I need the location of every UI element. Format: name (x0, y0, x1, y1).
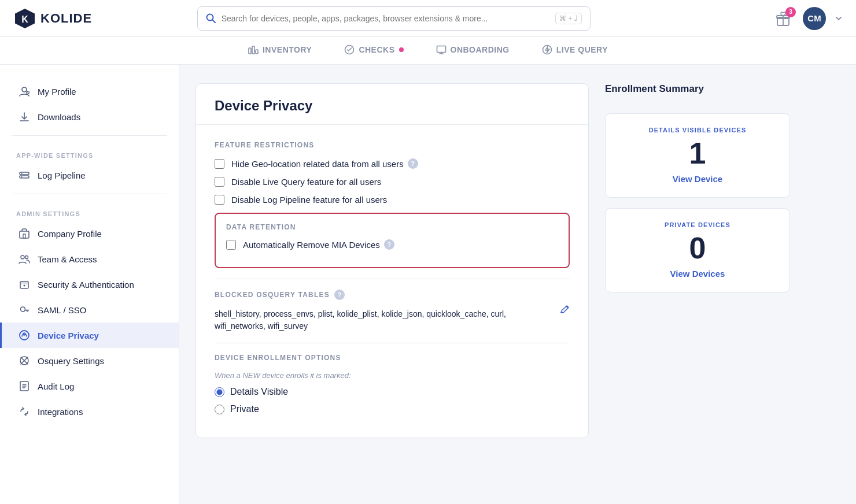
checkbox-row-log-pipeline: Disable Log Pipeline feature for all use… (215, 195, 570, 205)
svg-rect-7 (249, 48, 251, 54)
sidebar-item-label: Device Privacy (38, 331, 99, 340)
section-divider-1 (215, 279, 570, 279)
tab-checks-label: CHECKS (359, 45, 394, 54)
section-divider-2 (215, 343, 570, 343)
sidebar-item-company-profile[interactable]: Company Profile (0, 221, 179, 246)
geo-loc-checkbox[interactable] (215, 159, 224, 169)
search-bar: ⌘ + J (197, 6, 591, 31)
app-wide-section-label: APP-WIDE SETTINGS (0, 142, 179, 162)
private-radio-label: Private (230, 404, 259, 414)
top-nav: K KOLIDE ⌘ + J 3 CM (0, 0, 856, 37)
main-layout: My Profile Downloads APP-WIDE SETTINGS (0, 65, 856, 504)
team-icon (18, 253, 31, 265)
audit-icon (18, 380, 31, 392)
private-devices-count: 0 (619, 233, 776, 263)
mia-help-icon[interactable]: ? (384, 239, 394, 250)
blocked-tables-row: shell_history, process_envs, plist, koli… (215, 305, 570, 332)
blocked-osquery-label: BLOCKED OSQUERY TABLES (215, 291, 330, 299)
bar-chart-icon (248, 45, 259, 55)
blocked-osquery-help-icon[interactable]: ? (334, 290, 345, 300)
sidebar-item-label: Osquery Settings (38, 356, 104, 366)
disable-lp-label: Disable Log Pipeline feature for all use… (231, 195, 387, 205)
sidebar-item-integrations[interactable]: Integrations (0, 399, 179, 424)
mia-devices-label: Automatically Remove MIA Devices ? (243, 239, 394, 250)
svg-point-18 (21, 176, 23, 177)
monitor-icon (436, 45, 447, 55)
side-panel: Enrollment Summary DETAILS VISIBLE DEVIC… (605, 83, 790, 292)
svg-rect-9 (256, 50, 258, 54)
sidebar-divider-2 (12, 194, 167, 194)
tab-live-query-label: LIVE QUERY (556, 45, 608, 54)
sidebar-item-my-profile[interactable]: My Profile (0, 79, 179, 104)
nav-tabs: INVENTORY CHECKS ONBOARDING LIVE QUERY (0, 37, 856, 65)
details-visible-card-label: DETAILS VISIBLE DEVICES (619, 127, 776, 134)
sidebar: My Profile Downloads APP-WIDE SETTINGS (0, 65, 179, 504)
sidebar-item-device-privacy[interactable]: Device Privacy (0, 323, 179, 348)
svg-point-25 (24, 285, 25, 287)
tab-inventory[interactable]: INVENTORY (246, 37, 314, 64)
geo-loc-help-icon[interactable]: ? (408, 158, 418, 169)
company-icon (18, 227, 31, 240)
check-circle-icon (344, 45, 355, 55)
search-icon (206, 13, 216, 23)
notification-badge: 3 (785, 7, 796, 17)
mia-devices-checkbox[interactable] (226, 240, 236, 250)
svg-rect-20 (23, 234, 25, 238)
private-devices-card: PRIVATE DEVICES 0 View Devices (605, 208, 790, 292)
sidebar-item-team-access[interactable]: Team & Access (0, 246, 179, 272)
private-devices-card-label: PRIVATE DEVICES (619, 221, 776, 228)
svg-rect-15 (20, 172, 29, 175)
checkbox-row-geo: Hide Geo-location related data from all … (215, 158, 570, 169)
svg-point-22 (25, 256, 28, 259)
search-input[interactable] (222, 14, 549, 23)
security-icon (18, 278, 31, 291)
disable-live-query-checkbox[interactable] (215, 177, 224, 187)
details-visible-radio-label: Details Visible (230, 387, 288, 397)
private-radio[interactable] (215, 405, 224, 414)
svg-rect-24 (20, 281, 28, 284)
view-device-link[interactable]: View Device (673, 174, 722, 184)
feature-restrictions-label: FEATURE RESTRICTIONS (215, 141, 570, 149)
geo-loc-label: Hide Geo-location related data from all … (231, 158, 418, 169)
nav-right: 3 CM (773, 7, 842, 30)
sidebar-item-log-pipeline[interactable]: Log Pipeline (0, 162, 179, 188)
device-enrollment-label: DEVICE ENROLLMENT OPTIONS (215, 354, 570, 362)
enrollment-sub-label: When a NEW device enrolls it is marked: (215, 371, 570, 380)
pipeline-icon (18, 169, 31, 181)
key-icon (18, 303, 31, 316)
svg-point-26 (21, 307, 25, 312)
tab-onboarding[interactable]: ONBOARDING (434, 37, 512, 64)
data-retention-section: DATA RETENTION Automatically Remove MIA … (215, 213, 570, 268)
details-visible-radio[interactable] (215, 387, 224, 397)
device-privacy-card: Device Privacy FEATURE RESTRICTIONS Hide… (195, 83, 589, 438)
notifications-button[interactable]: 3 (773, 8, 794, 29)
sidebar-item-label: My Profile (38, 87, 76, 97)
avatar-chevron-icon (835, 15, 842, 22)
checks-dot (399, 47, 404, 52)
sidebar-item-downloads[interactable]: Downloads (0, 104, 179, 129)
sidebar-item-security-auth[interactable]: Security & Authentication (0, 272, 179, 297)
sidebar-item-saml-sso[interactable]: SAML / SSO (0, 297, 179, 323)
sidebar-item-label: Log Pipeline (38, 171, 86, 180)
radio-row-details-visible: Details Visible (215, 387, 570, 397)
disable-log-pipeline-checkbox[interactable] (215, 195, 224, 205)
logo-link[interactable]: K KOLIDE (14, 8, 92, 29)
view-devices-link[interactable]: View Devices (670, 269, 725, 279)
admin-section-label: ADMIN SETTINGS (0, 200, 179, 221)
tab-checks[interactable]: CHECKS (342, 37, 405, 64)
sidebar-item-label: Security & Authentication (38, 280, 134, 290)
sidebar-item-label: SAML / SSO (38, 305, 86, 315)
edit-blocked-tables-button[interactable] (559, 305, 570, 315)
disable-lq-label: Disable Live Query feature for all users (231, 177, 381, 187)
svg-line-3 (212, 20, 215, 23)
sidebar-item-audit-log[interactable]: Audit Log (0, 373, 179, 399)
svg-rect-8 (252, 46, 254, 54)
details-visible-count: 1 (619, 138, 776, 168)
tab-live-query[interactable]: LIVE QUERY (540, 37, 610, 64)
avatar-button[interactable]: CM (803, 7, 826, 30)
tab-onboarding-label: ONBOARDING (451, 45, 510, 54)
sidebar-item-label: Integrations (38, 407, 83, 417)
blocked-tables-text: shell_history, process_envs, plist, koli… (215, 308, 550, 332)
sidebar-item-osquery-settings[interactable]: Osquery Settings (0, 348, 179, 373)
svg-point-17 (21, 173, 23, 174)
